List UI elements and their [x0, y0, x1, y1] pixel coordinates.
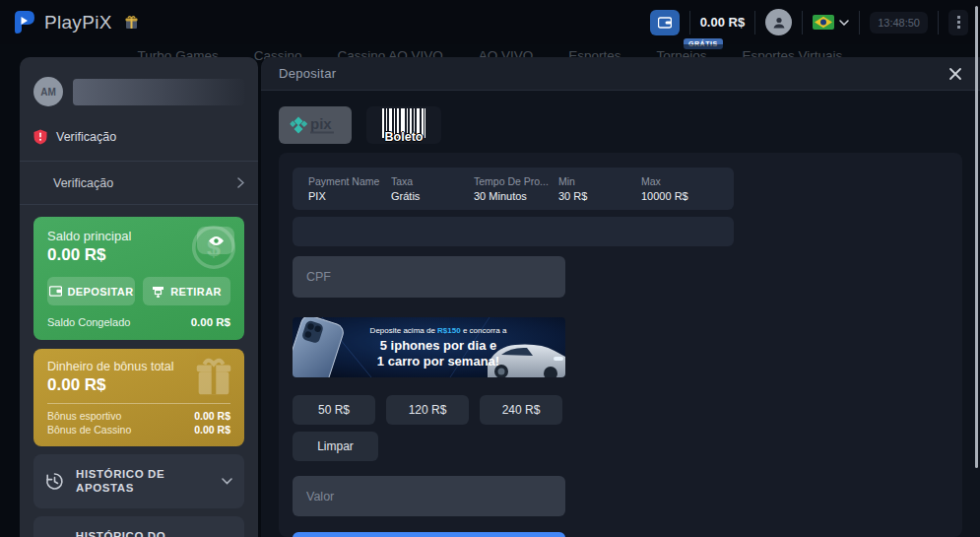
deposit-submit-button[interactable] [293, 532, 565, 537]
modal-header: Depositar [261, 57, 980, 91]
bonus-card: Dinheiro de bônus total 0.00 R$ Bônus es… [33, 349, 244, 446]
boleto-label: Boleto [366, 130, 441, 144]
tab-boleto[interactable]: Boleto [366, 106, 441, 144]
payment-method-tabs: pix Boleto [279, 106, 962, 144]
user-row: AM [33, 77, 244, 106]
chevron-down-icon [839, 20, 849, 26]
verification-status: Verificação [33, 129, 244, 145]
gift-watermark-icon [191, 355, 236, 404]
modal-title: Depositar [279, 66, 336, 81]
gift-icon [124, 15, 139, 30]
payment-info-table: Payment Name Taxa Tempo De Pro... Min Ma… [293, 168, 734, 210]
withdraw-atm-icon [152, 286, 164, 298]
divider [859, 11, 860, 34]
avatar: AM [33, 77, 63, 106]
depositar-button[interactable]: DEPOSITAR [47, 277, 135, 305]
frozen-balance-amount: 0.00 R$ [191, 316, 230, 328]
pix-logo-icon: pix [290, 112, 341, 138]
language-selector[interactable] [813, 15, 849, 30]
shield-alert-icon [33, 129, 47, 145]
divider [754, 11, 755, 34]
brand-name: PlayPiX [44, 12, 112, 34]
cpf-input[interactable] [293, 256, 565, 298]
account-sidebar: AM Verificação Verificação $ Saldo princ… [20, 57, 258, 537]
history-icon [45, 472, 64, 491]
svg-text:Deposite acima de R$150 e conc: Deposite acima de R$150 e concorra a [370, 326, 507, 335]
top-bar: PlayPiX 0.00 R$ 13:48:50 [0, 0, 980, 44]
divider [689, 11, 690, 34]
deposit-wallet-icon [49, 286, 62, 297]
deposit-panel: Payment Name Taxa Tempo De Pro... Min Ma… [279, 153, 962, 537]
svg-text:pix: pix [310, 115, 332, 132]
sidebar-item-verification[interactable]: Verificação [20, 162, 258, 205]
verification-label: Verificação [56, 130, 116, 144]
empty-info-box [293, 217, 734, 246]
user-avatar-icon[interactable] [765, 9, 792, 35]
chevron-down-icon [222, 478, 232, 485]
chevron-right-icon [237, 177, 244, 188]
promo-banner[interactable]: Deposite acima de R$150 e concorra a 5 i… [293, 317, 565, 377]
quick-amounts: 50 R$ 120 R$ 240 R$ [293, 395, 948, 425]
modal-body: pix Boleto Payment Name Taxa Tempo De Pr… [261, 91, 980, 537]
brand-logo[interactable]: PlayPiX [12, 10, 139, 34]
divider [938, 11, 939, 34]
amount-50-button[interactable]: 50 R$ [293, 395, 375, 425]
svg-text:5 iphones por dia e: 5 iphones por dia e [380, 338, 496, 353]
close-icon[interactable] [948, 67, 962, 81]
divider [802, 11, 803, 34]
svg-text:1 carro por semana!: 1 carro por semana! [377, 354, 499, 369]
brazil-flag-icon [813, 15, 834, 30]
clock-display: 13:48:50 [870, 12, 928, 34]
sidebar-item-bet-history[interactable]: HISTÓRICO DE APOSTAS [33, 454, 244, 508]
bonus-row-casino: Bônus de Cassino0.00 R$ [47, 424, 230, 436]
clear-button[interactable]: Limpar [293, 432, 378, 461]
play-logo-icon [12, 10, 36, 34]
retirar-button[interactable]: RETIRAR [143, 277, 230, 305]
header-balance: 0.00 R$ [700, 15, 746, 30]
valor-input[interactable] [293, 476, 565, 516]
bonus-row-sport: Bônus esportivo0.00 R$ [47, 410, 230, 422]
user-name-redacted [73, 79, 244, 105]
sidebar-scrollbar[interactable] [975, 6, 978, 468]
main-balance-card: $ Saldo principal 0.00 R$ DEPOSITAR RETI… [33, 217, 244, 340]
eye-icon [208, 235, 225, 246]
toggle-balance-visibility-button[interactable] [197, 227, 234, 254]
frozen-balance-label: Saldo Congelado [47, 316, 130, 328]
kebab-menu-icon[interactable] [948, 10, 968, 35]
amount-120-button[interactable]: 120 R$ [386, 395, 469, 425]
sidebar-item-bet-builder-history[interactable]: BB HISTÓRICO DO CONSTRUTOR DE APOSTA [33, 516, 244, 537]
top-right-controls: 0.00 R$ 13:48:50 [650, 9, 968, 35]
tab-pix[interactable]: pix [279, 106, 352, 144]
deposit-modal: Depositar pix [261, 57, 980, 537]
wallet-button[interactable] [650, 10, 680, 35]
amount-240-button[interactable]: 240 R$ [480, 395, 562, 425]
